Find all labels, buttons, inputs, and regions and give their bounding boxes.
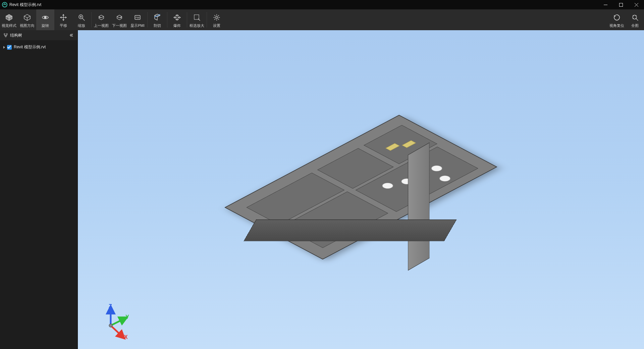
visibility-checkbox[interactable] — [7, 45, 12, 50]
reset-view-button[interactable]: 视角复位 — [608, 9, 626, 30]
cube-right-icon — [115, 13, 124, 22]
svg-point-15 — [5, 36, 6, 37]
toolbar-separator — [147, 12, 148, 28]
tool-label: 全图 — [631, 23, 639, 28]
toolbar: 视觉样式视图方向旋转平移缩放上一视图下一视图PMI显示PMI剖切爆炸框选放大设置… — [0, 9, 644, 30]
svg-line-18 — [111, 326, 122, 336]
toolbar-separator — [207, 12, 207, 28]
svg-rect-1 — [619, 3, 623, 6]
visual-style-button[interactable]: 视觉样式 — [0, 9, 18, 30]
zoom-plus-icon — [77, 13, 86, 22]
tool-label: 视角复位 — [609, 23, 624, 28]
axis-triad: Z Y X — [101, 305, 135, 339]
tool-label: 下一视图 — [112, 23, 127, 28]
titlebar: Revit 模型示例.rvt — [0, 0, 644, 9]
pmi-icon: PMI — [133, 13, 142, 22]
expand-caret-icon[interactable] — [3, 46, 5, 49]
arrows-move-icon — [59, 13, 68, 22]
pan-button[interactable]: 平移 — [54, 9, 72, 30]
orbit-icon — [41, 13, 50, 22]
tree-item-label: Revit 模型示例.rvt — [14, 44, 46, 50]
tool-label: 缩放 — [78, 23, 85, 28]
view-dir-button[interactable]: 视图方向 — [18, 9, 36, 30]
explode-button[interactable]: 爆炸 — [168, 9, 186, 30]
prev-view-button[interactable]: 上一视图 — [92, 9, 110, 30]
toolbar-right-group: 视角复位全图 — [608, 9, 644, 30]
panel-title: 结构树 — [10, 33, 22, 38]
svg-line-17 — [111, 319, 124, 326]
explode-icon — [173, 13, 181, 22]
tool-label: 显示PMI — [130, 23, 145, 28]
window-title: Revit 模型示例.rvt — [9, 2, 41, 8]
tool-label: 爆炸 — [173, 23, 181, 28]
svg-point-4 — [44, 16, 46, 18]
structure-tree-panel: 结构树 Revit 模型示例.rvt — [0, 30, 78, 349]
minimize-button[interactable] — [598, 0, 613, 9]
fit-all-button[interactable]: 全图 — [626, 9, 644, 30]
box-zoom-icon — [193, 13, 201, 22]
tool-label: 视觉样式 — [2, 23, 16, 28]
cube-shaded-icon — [5, 13, 13, 22]
settings-button[interactable]: 设置 — [208, 9, 226, 30]
collapse-panel-button[interactable] — [68, 32, 74, 38]
reset-view-icon — [612, 13, 621, 22]
svg-point-10 — [216, 16, 218, 18]
tool-label: 上一视图 — [94, 23, 109, 28]
axis-y-label: Y — [125, 314, 129, 320]
tool-label: 旋转 — [42, 23, 49, 28]
show-pmi-button[interactable]: PMI显示PMI — [128, 9, 147, 30]
gear-icon — [212, 13, 221, 22]
axis-x-label: X — [124, 334, 128, 340]
structure-tree: Revit 模型示例.rvt — [0, 40, 77, 54]
tool-label: 框选放大 — [190, 23, 204, 28]
maximize-button[interactable] — [613, 0, 629, 9]
tool-label: 视图方向 — [20, 23, 35, 28]
svg-point-13 — [4, 34, 5, 35]
svg-text:PMI: PMI — [136, 16, 140, 19]
tool-label: 剖切 — [154, 23, 161, 28]
svg-point-14 — [6, 34, 8, 35]
cube-wire-icon — [23, 13, 32, 22]
box-zoom-button[interactable]: 框选放大 — [188, 9, 206, 30]
tool-label: 设置 — [213, 23, 220, 28]
axis-z-label: Z — [109, 303, 112, 309]
app-icon — [2, 2, 7, 7]
3d-viewport[interactable]: Z Y X — [78, 30, 644, 349]
zoom-button[interactable]: 缩放 — [72, 9, 91, 30]
fit-all-icon — [631, 13, 639, 22]
toolbar-separator — [91, 12, 92, 28]
toolbar-separator — [167, 12, 167, 28]
toolbar-left-group: 视觉样式视图方向旋转平移缩放上一视图下一视图PMI显示PMI剖切爆炸框选放大设置 — [0, 9, 226, 30]
panel-header: 结构树 — [0, 30, 77, 40]
tool-label: 平移 — [60, 23, 67, 28]
rotate-button[interactable]: 旋转 — [36, 9, 54, 30]
section-icon — [153, 13, 162, 22]
next-view-button[interactable]: 下一视图 — [110, 9, 128, 30]
cube-left-icon — [97, 13, 106, 22]
toolbar-separator — [187, 12, 187, 28]
building-model[interactable] — [237, 118, 484, 257]
svg-point-19 — [109, 324, 112, 327]
tree-icon — [3, 33, 8, 38]
tree-root-item[interactable]: Revit 模型示例.rvt — [3, 43, 74, 51]
close-button[interactable] — [629, 0, 644, 9]
section-button[interactable]: 剖切 — [148, 9, 166, 30]
